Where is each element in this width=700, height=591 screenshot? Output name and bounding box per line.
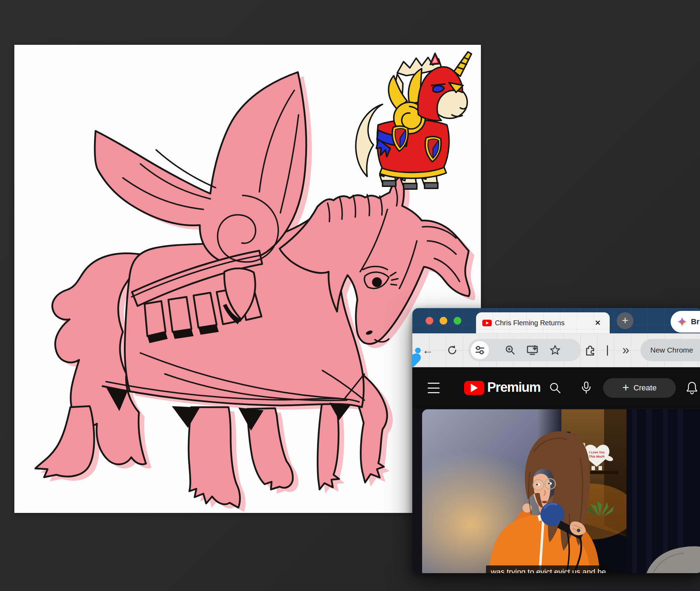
save-to-device-button[interactable]	[525, 343, 539, 357]
tab-title-fade	[570, 317, 586, 328]
youtube-logo[interactable]	[464, 381, 484, 395]
window-minimize-button[interactable]	[440, 317, 447, 325]
zoom-button[interactable]	[503, 343, 517, 357]
extensions-puzzle-icon	[584, 344, 596, 356]
tab-title: Chris Fleming Returns	[495, 318, 583, 327]
window-zoom-button[interactable]	[454, 317, 461, 325]
red-unicorn-reference-image	[345, 46, 474, 190]
youtube-favicon	[482, 320, 492, 326]
chrome-browser-window: Chris Fleming Returns ✕ + Br	[412, 308, 700, 573]
figurine-text-line2: This Much	[589, 455, 605, 458]
chevrons-icon: »	[622, 344, 629, 356]
assistant-pill[interactable]: Br	[671, 311, 700, 333]
tab-chris-fleming[interactable]: Chris Fleming Returns ✕	[476, 312, 610, 333]
bell-icon	[686, 381, 698, 395]
address-bar[interactable]	[468, 339, 581, 361]
site-controls-button[interactable]	[471, 341, 489, 359]
new-chrome-button[interactable]: New Chrome	[640, 339, 700, 361]
back-icon: ←	[422, 345, 433, 356]
premium-wordmark: Premium	[487, 380, 540, 395]
drawing-canvas[interactable]	[14, 45, 481, 513]
plus-icon: +	[622, 381, 629, 394]
notifications-button[interactable]	[684, 380, 700, 396]
watch-page: I Love You This Much	[412, 409, 700, 573]
create-label: Create	[634, 383, 657, 392]
create-button[interactable]: + Create	[603, 378, 676, 398]
window-close-button[interactable]	[426, 317, 433, 325]
extensions-button[interactable]	[582, 342, 598, 358]
new-tab-button[interactable]: +	[617, 312, 634, 329]
search-button[interactable]	[547, 380, 563, 396]
video-caption: was trying to evict evict us and he	[486, 565, 611, 573]
youtube-header: Premium + Create	[412, 367, 700, 409]
zoom-in-icon	[505, 345, 516, 356]
more-tools-button[interactable]: »	[618, 342, 634, 358]
assistant-label: Br	[691, 317, 699, 326]
tab-strip: Chris Fleming Returns ✕ + Br	[412, 308, 700, 333]
search-icon	[549, 382, 561, 394]
reload-icon	[447, 345, 458, 356]
browser-toolbar: ←	[412, 333, 700, 367]
gemini-sparkle-icon	[677, 317, 687, 327]
guide-menu-button[interactable]	[428, 383, 440, 393]
voice-search-button[interactable]	[579, 380, 594, 396]
back-button[interactable]: ←	[420, 342, 435, 358]
figurine-text-line1: I Love You	[589, 451, 605, 454]
star-icon	[550, 345, 561, 356]
new-chrome-label: New Chrome	[650, 346, 693, 354]
bookmark-button[interactable]	[548, 343, 562, 357]
tune-icon	[475, 345, 485, 355]
video-frame: I Love You This Much	[422, 409, 700, 573]
reload-button[interactable]	[444, 342, 460, 358]
tab-close-button[interactable]: ✕	[593, 318, 603, 328]
toolbar-divider	[607, 345, 608, 356]
play-icon	[470, 383, 478, 392]
video-player[interactable]: I Love You This Much	[422, 409, 700, 573]
microphone-icon	[580, 381, 592, 395]
screen-download-icon	[526, 345, 538, 356]
